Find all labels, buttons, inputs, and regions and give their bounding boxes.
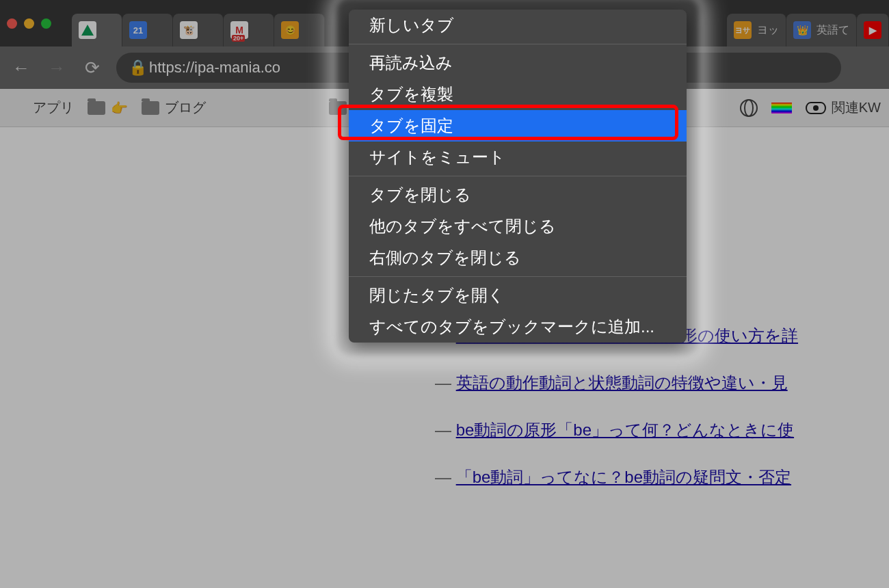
bookmark-folder[interactable]: ブログ	[142, 98, 206, 117]
tab[interactable]: 🐮	[173, 14, 224, 46]
ctx-reopen-closed[interactable]: 閉じたタブを開く	[349, 280, 687, 311]
window-controls	[7, 18, 51, 29]
ctx-bookmark-all[interactable]: すべてのタブをブックマークに追加...	[349, 311, 687, 343]
url-text: https://ipa-mania.co	[149, 59, 280, 77]
tabs-right: ヨサヨッ 👑英語て ▶	[727, 0, 889, 46]
ctx-separator	[349, 44, 687, 44]
tab[interactable]: M20+	[224, 14, 274, 46]
bookmark-folder[interactable]: 👉	[88, 100, 128, 116]
context-menu-wrapper: 新しいタブ 再読み込み タブを複製 タブを固定 サイトをミュート タブを閉じる …	[349, 10, 687, 343]
page-link[interactable]: 「be動詞」ってなに？be動詞の疑問文・否定	[456, 468, 791, 486]
tab-label: 英語て	[817, 23, 849, 38]
bookmark-label: ブログ	[165, 98, 206, 117]
apps-label: アプリ	[33, 98, 74, 117]
apps-icon	[8, 101, 27, 116]
list-item: ― be動詞の原形「be」って何？どんなときに使	[435, 416, 889, 444]
tab-label: ヨッ	[757, 23, 779, 38]
reload-button[interactable]: ⟳	[81, 56, 104, 79]
folder-icon	[88, 101, 105, 115]
page-link[interactable]: be動詞の原形「be」って何？どんなときに使	[456, 420, 794, 439]
forward-button[interactable]: →	[45, 56, 68, 79]
eye-icon	[806, 102, 826, 114]
apps-shortcut[interactable]: アプリ	[8, 98, 74, 117]
ctx-reload[interactable]: 再読み込み	[349, 47, 687, 79]
tab[interactable]: 👑英語て	[786, 14, 857, 46]
tab[interactable]: ヨサヨッ	[727, 14, 786, 46]
bookmark-label: 関連KW	[832, 98, 881, 117]
page-link[interactable]: 英語の動作動詞と状態動詞の特徴や違い・見	[456, 373, 788, 392]
ctx-close-others[interactable]: 他のタブをすべて閉じる	[349, 211, 687, 242]
rainbow-icon	[771, 103, 792, 113]
bookmark-item[interactable]	[740, 99, 758, 117]
ctx-separator	[349, 176, 687, 176]
tab[interactable]: 😊	[274, 14, 325, 46]
ctx-mute-site[interactable]: サイトをミュート	[349, 142, 687, 173]
tab[interactable]: 21	[122, 14, 173, 46]
folder-icon	[142, 101, 159, 115]
globe-icon	[740, 99, 758, 117]
list-item: ― 「be動詞」ってなに？be動詞の疑問文・否定	[435, 464, 889, 492]
ctx-close-right[interactable]: 右側のタブを閉じる	[349, 242, 687, 273]
tabs-left: 21 🐮 M20+ 😊	[72, 0, 325, 46]
tab[interactable]: ▶	[857, 14, 889, 46]
bookmark-item[interactable]: 関連KW	[806, 98, 881, 117]
bookmark-emoji: 👉	[111, 100, 128, 116]
lock-icon: 🔒	[129, 59, 141, 77]
ctx-separator	[349, 276, 687, 277]
ctx-new-tab[interactable]: 新しいタブ	[349, 10, 687, 41]
close-window-button[interactable]	[7, 18, 17, 29]
maximize-window-button[interactable]	[41, 18, 51, 29]
back-button[interactable]: ←	[10, 56, 33, 79]
tab[interactable]	[72, 14, 122, 46]
tab-context-menu: 新しいタブ 再読み込み タブを複製 タブを固定 サイトをミュート タブを閉じる …	[349, 10, 687, 343]
minimize-window-button[interactable]	[24, 18, 34, 29]
ctx-pin-tab[interactable]: タブを固定	[349, 110, 687, 142]
ctx-close-tab[interactable]: タブを閉じる	[349, 179, 687, 211]
svg-marker-0	[81, 25, 94, 36]
list-item: ― 英語の動作動詞と状態動詞の特徴や違い・見	[435, 369, 889, 397]
ctx-duplicate[interactable]: タブを複製	[349, 79, 687, 110]
bookmark-item[interactable]	[771, 103, 792, 113]
